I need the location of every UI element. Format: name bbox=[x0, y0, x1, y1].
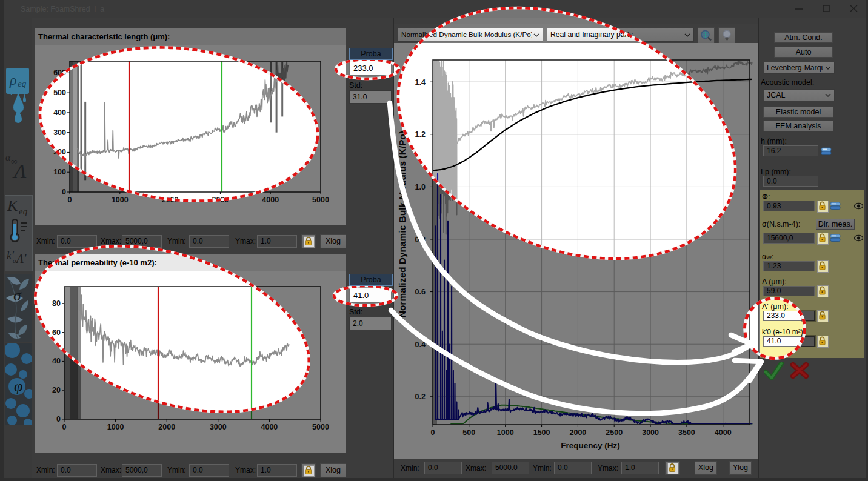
svg-text:eq: eq bbox=[19, 207, 28, 216]
svg-text:α: α bbox=[5, 152, 11, 162]
svg-text:ρ: ρ bbox=[9, 72, 17, 88]
svg-text:K: K bbox=[7, 197, 19, 214]
svg-text:Λ′: Λ′ bbox=[15, 252, 27, 265]
svg-text:Λ: Λ bbox=[12, 160, 27, 182]
svg-text:eq: eq bbox=[18, 79, 27, 88]
svg-text:φ: φ bbox=[14, 377, 22, 395]
svg-text:σ: σ bbox=[13, 287, 22, 304]
